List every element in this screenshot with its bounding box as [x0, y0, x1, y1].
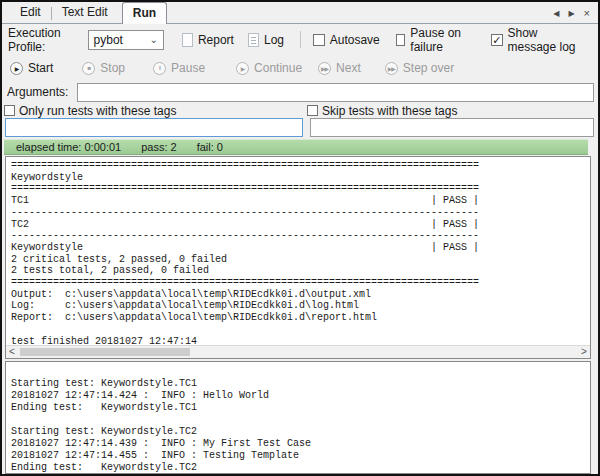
- stop-icon: ■: [82, 62, 95, 75]
- start-button-label: Start: [28, 61, 53, 75]
- scroll-left-icon[interactable]: <: [6, 346, 18, 358]
- scroll-right-icon[interactable]: >: [578, 346, 590, 358]
- status-bar-wrap: elapsed time: 0:00:01 pass: 2 fail: 0: [2, 137, 598, 156]
- pause-on-failure-label: Pause on failure: [410, 26, 475, 54]
- only-run-tags-label: Only run tests with these tags: [19, 104, 176, 118]
- pause-button[interactable]: II Pause: [153, 61, 205, 75]
- tag-filter-labels: Only run tests with these tags Skip test…: [2, 103, 598, 118]
- start-icon: ▶: [10, 62, 23, 75]
- pause-icon: II: [153, 62, 166, 75]
- skip-tags-checkbox-box[interactable]: [307, 105, 318, 116]
- only-run-tags-checkbox[interactable]: Only run tests with these tags: [2, 104, 307, 118]
- horizontal-scrollbar[interactable]: < >: [6, 345, 590, 358]
- skip-tags-label: Skip tests with these tags: [322, 104, 457, 118]
- arguments-label: Arguments:: [7, 85, 77, 99]
- skip-tags-input[interactable]: [310, 118, 594, 137]
- scrollbar-thumb[interactable]: [20, 348, 190, 356]
- next-icon: ▶▶: [318, 62, 331, 75]
- console-output-pane[interactable]: ========================================…: [5, 156, 591, 359]
- execution-profile-value: pybot: [94, 33, 123, 47]
- show-message-log-checkbox[interactable]: ✓ Show message log: [491, 26, 582, 54]
- log-button[interactable]: Log: [244, 33, 288, 47]
- fail-count: fail: 0: [197, 141, 223, 153]
- status-bar: elapsed time: 0:00:01 pass: 2 fail: 0: [4, 139, 588, 155]
- tab-edit[interactable]: Edit: [10, 2, 51, 23]
- step-over-icon: ▶▶: [385, 62, 398, 75]
- report-button[interactable]: Report: [178, 33, 238, 47]
- start-button[interactable]: ▶ Start: [10, 61, 53, 75]
- continue-button[interactable]: ▶ Continue: [236, 61, 302, 75]
- elapsed-time: elapsed time: 0:00:01: [16, 141, 121, 153]
- execution-profile-label: Execution Profile:: [8, 26, 80, 54]
- stop-button[interactable]: ■ Stop: [82, 61, 125, 75]
- pause-on-failure-checkbox-box[interactable]: [396, 34, 406, 46]
- only-run-tags-checkbox-box[interactable]: [4, 105, 15, 116]
- report-page-icon: [182, 33, 193, 47]
- message-log-pane[interactable]: Starting test: Keywordstyle.TC1 20181027…: [5, 361, 591, 474]
- autosave-label: Autosave: [330, 33, 380, 47]
- next-button[interactable]: ▶▶ Next: [318, 61, 361, 75]
- log-button-label: Log: [264, 33, 284, 47]
- show-message-log-label: Show message log: [508, 26, 583, 54]
- step-over-button[interactable]: ▶▶ Step over: [385, 61, 454, 75]
- chevron-down-icon: ⌄: [150, 36, 158, 44]
- tab-scroll-right-icon[interactable]: ▶: [568, 9, 574, 18]
- pass-count: pass: 2: [141, 141, 176, 153]
- arguments-row: Arguments:: [2, 81, 598, 103]
- autosave-checkbox-box[interactable]: [313, 34, 325, 46]
- tab-run[interactable]: Run: [122, 2, 167, 24]
- step-over-button-label: Step over: [403, 61, 454, 75]
- close-icon[interactable]: ×: [584, 7, 590, 19]
- tab-text-edit[interactable]: Text Edit: [52, 2, 118, 23]
- console-output-text: ========================================…: [6, 157, 590, 347]
- execution-controls: ▶ Start ■ Stop II Pause ▶ Continue ▶▶ Ne…: [2, 55, 598, 81]
- tab-nav-controls: ◀ ▶ ×: [553, 7, 598, 23]
- ride-run-window: Edit Text Edit Run ◀ ▶ × Execution Profi…: [0, 0, 600, 476]
- autosave-checkbox[interactable]: Autosave: [313, 33, 380, 47]
- toolbar-divider: [300, 31, 301, 48]
- report-button-label: Report: [198, 33, 234, 47]
- show-message-log-checkbox-box[interactable]: ✓: [491, 34, 502, 46]
- continue-button-label: Continue: [254, 61, 302, 75]
- execution-profile-select[interactable]: pybot ⌄: [88, 30, 164, 50]
- message-log-text: Starting test: Keywordstyle.TC1 20181027…: [6, 362, 590, 474]
- next-button-label: Next: [336, 61, 361, 75]
- stop-button-label: Stop: [100, 61, 125, 75]
- tab-bar: Edit Text Edit Run ◀ ▶ ×: [2, 2, 598, 24]
- log-page-icon: [248, 33, 259, 47]
- pause-button-label: Pause: [171, 61, 205, 75]
- only-run-tags-input[interactable]: [5, 118, 303, 137]
- pause-on-failure-checkbox[interactable]: Pause on failure: [396, 26, 475, 54]
- run-toolbar: Execution Profile: pybot ⌄ Report Log Au…: [2, 24, 598, 55]
- continue-icon: ▶: [236, 62, 249, 75]
- tag-filter-inputs: [2, 118, 598, 137]
- tab-scroll-left-icon[interactable]: ◀: [553, 9, 559, 18]
- skip-tags-checkbox[interactable]: Skip tests with these tags: [307, 104, 598, 118]
- arguments-input[interactable]: [77, 83, 594, 102]
